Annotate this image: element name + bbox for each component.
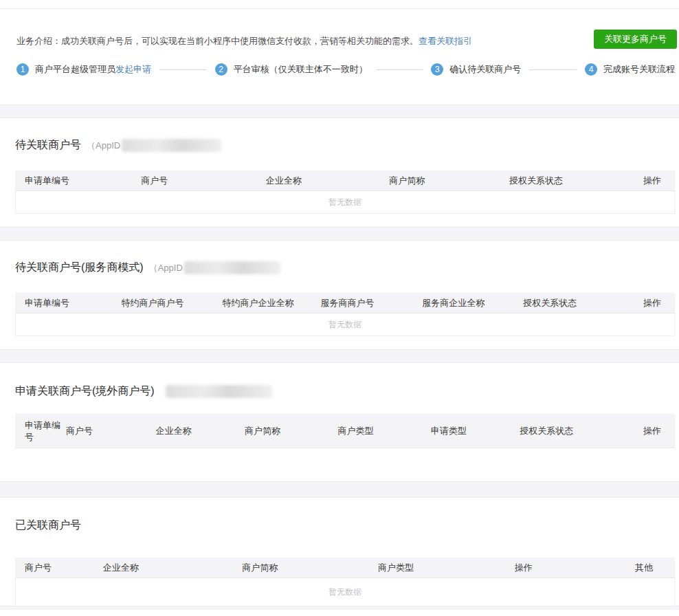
step-connector: [376, 69, 423, 70]
appid-prefix: （AppID: [87, 140, 120, 152]
view-guide-link[interactable]: 查看关联指引: [419, 36, 472, 46]
column-header: 特约商户企业全称: [222, 297, 320, 309]
section-divider: [0, 349, 679, 363]
section-pending-merchants: 待关联商户号 （AppID 申请单编号 商户号 企业全称 商户简称 授权关系状态…: [0, 118, 679, 227]
empty-state: 暂无数据: [15, 191, 675, 214]
appid-prefix: （AppID: [149, 262, 183, 274]
column-header: 服务商商户号: [320, 297, 422, 309]
overseas-merchants-table: 申请单编号 商户号 企业全称 商户简称 商户类型 申请类型 授权关系状态 操作: [15, 414, 675, 448]
column-header: 操作: [619, 297, 675, 309]
redacted-appid-blob: [122, 139, 221, 152]
column-header: 商户简称: [242, 562, 378, 574]
column-header: 企业全称: [266, 175, 390, 187]
column-header: 授权关系状态: [523, 297, 619, 309]
section-title: 待关联商户号(服务商模式): [15, 261, 144, 275]
redacted-appid-blob: [184, 261, 280, 274]
step-3-badge: 3: [431, 63, 443, 76]
column-header: 操作: [634, 175, 675, 187]
table-header-row: 申请单编号 商户号 企业全称 商户简称 商户类型 申请类型 授权关系状态 操作: [15, 414, 675, 448]
column-header: 商户简称: [245, 425, 337, 437]
step-1-label: 商户平台超级管理员: [35, 63, 115, 76]
top-edge-strip: [0, 0, 679, 9]
column-header: 申请类型: [431, 425, 520, 437]
table-header-row: 申请单编号 特约商户商户号 特约商户企业全称 服务商商户号 服务商企业全称 授权…: [15, 293, 675, 314]
empty-state: 暂无数据: [15, 578, 675, 606]
column-header: 特约商户商户号: [122, 297, 223, 309]
pending-sp-merchants-table: 申请单编号 特约商户商户号 特约商户企业全称 服务商商户号 服务商企业全称 授权…: [15, 293, 675, 336]
associated-merchants-table: 商户号 企业全称 商户简称 商户类型 操作 其他 暂无数据: [15, 558, 675, 606]
redacted-merchant-blob: [166, 385, 272, 398]
column-header: 操作: [515, 562, 625, 574]
section-title: 待关联商户号: [15, 138, 81, 153]
table-header-row: 商户号 企业全称 商户简称 商户类型 操作 其他: [15, 558, 675, 578]
table-header-row: 申请单编号 商户号 企业全称 商户简称 授权关系状态 操作: [15, 170, 675, 191]
associate-more-merchants-button[interactable]: 关联更多商户号: [594, 30, 677, 49]
step-3: 3 确认待关联商户号: [431, 63, 521, 76]
column-header: 商户号: [141, 175, 265, 187]
column-header: 商户类型: [378, 562, 515, 574]
column-header: 企业全称: [103, 562, 243, 574]
section-overseas-merchants: 申请关联商户号(境外商户号) 申请单编号 商户号 企业全称 商户简称 商户类型 …: [0, 363, 679, 481]
column-header: 商户类型: [337, 425, 430, 437]
step-2-label: 平台审核（仅关联主体不一致时）: [234, 63, 368, 76]
column-header: 服务商企业全称: [422, 297, 523, 309]
step-4-badge: 4: [585, 63, 597, 76]
pending-merchants-table: 申请单编号 商户号 企业全称 商户简称 授权关系状态 操作 暂无数据: [15, 170, 675, 214]
step-3-label: 确认待关联商户号: [449, 63, 521, 76]
step-2: 2 平台审核（仅关联主体不一致时）: [215, 63, 368, 76]
column-header: 商户简称: [389, 175, 509, 187]
empty-state: 暂无数据: [15, 314, 675, 336]
intro-card: 业务介绍：成功关联商户号后，可以实现在当前小程序中使用微信支付收款，营销等相关功…: [0, 9, 679, 104]
section-pending-merchants-sp: 待关联商户号(服务商模式) （AppID 申请单编号 特约商户商户号 特约商户企…: [0, 241, 679, 349]
business-intro-text: 业务介绍：成功关联商户号后，可以实现在当前小程序中使用微信支付收款，营销等相关功…: [16, 36, 419, 46]
column-header: 申请单编号: [15, 419, 66, 443]
column-header: 企业全称: [155, 425, 245, 437]
step-connector: [159, 69, 207, 70]
column-header: 商户号: [66, 425, 156, 437]
section-title: 申请关联商户号(境外商户号): [15, 384, 155, 399]
column-header: 申请单编号: [15, 297, 122, 309]
section-divider: [0, 481, 679, 498]
business-intro: 业务介绍：成功关联商户号后，可以实现在当前小程序中使用微信支付收款，营销等相关功…: [0, 9, 679, 47]
initiate-request-link[interactable]: 发起申请: [115, 63, 151, 76]
section-title: 已关联商户号: [15, 518, 81, 533]
column-header: 授权关系状态: [520, 425, 622, 437]
step-4: 4 完成账号关联流程: [585, 63, 675, 76]
step-1: 1 商户平台超级管理员发起申请: [16, 63, 151, 76]
section-divider: [0, 104, 679, 118]
step-2-badge: 2: [215, 63, 227, 76]
section-associated-merchants: 已关联商户号 商户号 企业全称 商户简称 商户类型 操作 其他 暂无数据: [0, 498, 679, 606]
column-header: 操作: [622, 425, 675, 437]
progress-steps: 1 商户平台超级管理员发起申请 2 平台审核（仅关联主体不一致时） 3 确认待关…: [0, 63, 679, 76]
step-1-badge: 1: [16, 63, 29, 76]
step-4-label: 完成账号关联流程: [603, 63, 675, 76]
step-connector: [529, 69, 577, 70]
column-header: 授权关系状态: [509, 175, 634, 187]
column-header: 商户号: [15, 562, 103, 574]
column-header: 其他: [625, 562, 675, 574]
section-divider: [0, 227, 679, 241]
column-header: 申请单编号: [15, 175, 141, 187]
